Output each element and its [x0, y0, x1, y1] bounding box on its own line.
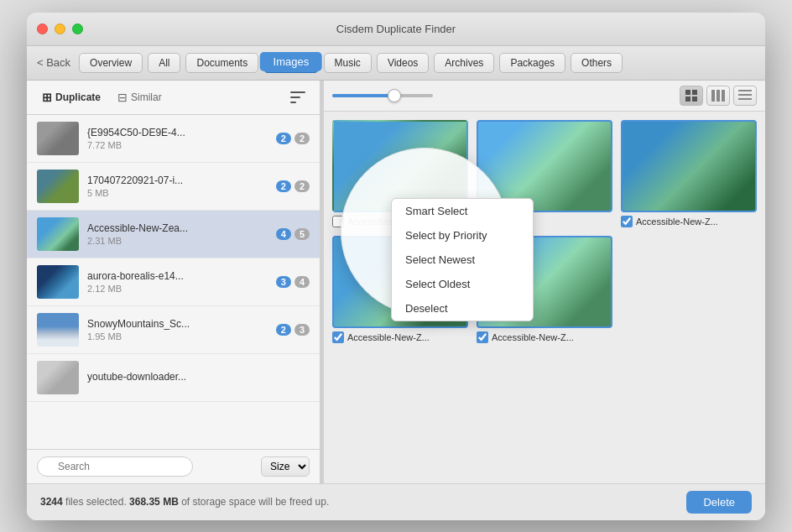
svg-rect-11 — [738, 94, 752, 96]
search-input[interactable] — [37, 456, 193, 477]
back-button[interactable]: < Back — [37, 56, 70, 69]
file-info: 170407220921-07-i... 5 MB — [87, 175, 268, 198]
image-thumbnail — [621, 120, 757, 212]
badge-total: 4 — [294, 276, 310, 288]
tab-all[interactable]: All — [148, 53, 180, 73]
grid-filename: Accessible-New-Z... — [492, 332, 574, 342]
badge-total: 2 — [294, 133, 310, 144]
view-buttons — [680, 86, 757, 106]
svg-rect-4 — [692, 90, 697, 95]
tab-videos[interactable]: Videos — [377, 53, 429, 73]
maximize-button[interactable] — [72, 23, 83, 34]
tab-images[interactable]: Images Images — [263, 53, 318, 73]
tab-others[interactable]: Others — [571, 53, 623, 73]
grid-item-label: Accessible-New-Z... — [332, 331, 468, 343]
dropdown-item-deselect[interactable]: Deselect — [392, 296, 533, 321]
dropdown-overlay: Smart Select Select by Priority Select N… — [391, 198, 534, 321]
file-badges: 2 2 — [276, 133, 310, 144]
list-item[interactable]: youtube-downloader... — [27, 354, 320, 402]
toolbar: < Back Overview All Documents Images Ima… — [27, 46, 765, 81]
file-thumbnail — [37, 361, 79, 394]
item-checkbox[interactable] — [477, 331, 488, 343]
tab-overview[interactable]: Overview — [79, 53, 143, 73]
file-size: 2.31 MB — [87, 236, 268, 246]
badge-count: 2 — [276, 133, 291, 144]
file-size: 7.72 MB — [87, 140, 268, 150]
compare-view-button[interactable] — [706, 86, 730, 106]
badge-total: 2 — [294, 180, 310, 192]
sidebar: ⊞ Duplicate ⊟ Similar — [27, 81, 320, 483]
file-name: SnowyMountains_Sc... — [87, 318, 268, 330]
list-view-button[interactable] — [733, 86, 757, 106]
filter-button[interactable] — [286, 87, 310, 107]
status-bar: 3244 files selected. 368.35 MB of storag… — [27, 483, 765, 520]
tab-packages[interactable]: Packages — [499, 53, 565, 73]
search-wrapper: 🔍 — [37, 456, 256, 477]
file-name: {E9954C50-DE9E-4... — [87, 127, 268, 138]
app-window: Cisdem Duplicate Finder < Back Overview … — [27, 13, 765, 520]
svg-rect-1 — [290, 96, 300, 98]
status-text: 3244 files selected. 368.35 MB of storag… — [40, 496, 329, 508]
svg-rect-12 — [738, 98, 752, 100]
size-select[interactable]: Size — [261, 456, 310, 477]
sidebar-footer: 🔍 Size — [27, 449, 320, 483]
dropdown-item-select-by-priority[interactable]: Select by Priority — [392, 223, 533, 248]
list-item[interactable]: aurora-borealis-e14... 2.12 MB 3 4 — [27, 258, 320, 306]
file-name: youtube-downloader... — [87, 371, 301, 383]
delete-button[interactable]: Delete — [686, 491, 752, 514]
svg-rect-9 — [722, 90, 725, 102]
files-selected-count: 3244 — [40, 496, 63, 508]
file-badges: 2 3 — [276, 324, 310, 336]
zoom-slider[interactable] — [332, 94, 433, 97]
file-thumbnail — [37, 217, 79, 251]
file-badges: 4 5 — [276, 228, 310, 240]
list-item[interactable]: SnowyMountains_Sc... 1.95 MB 2 3 — [27, 306, 320, 354]
svg-rect-3 — [685, 90, 690, 95]
svg-rect-7 — [711, 90, 715, 102]
list-item[interactable]: {E9954C50-DE9E-4... 7.72 MB 2 2 — [27, 115, 320, 163]
svg-rect-2 — [290, 102, 296, 103]
dropdown-item-select-newest[interactable]: Select Newest — [392, 248, 533, 272]
tab-music[interactable]: Music — [324, 53, 372, 73]
badge-count: 2 — [276, 324, 291, 336]
file-name: 170407220921-07-i... — [87, 175, 268, 186]
file-info: aurora-borealis-e14... 2.12 MB — [87, 270, 268, 294]
file-badges: 3 4 — [276, 276, 310, 288]
file-size: 5 MB — [87, 188, 268, 198]
file-thumbnail — [37, 170, 79, 203]
tab-archives[interactable]: Archives — [434, 53, 494, 73]
slider-thumb[interactable] — [388, 89, 401, 102]
item-checkbox[interactable] — [332, 331, 344, 343]
file-name: Accessible-New-Zea... — [87, 222, 268, 234]
file-thumbnail — [37, 122, 79, 155]
file-info: youtube-downloader... — [87, 371, 301, 384]
duplicate-tab[interactable]: ⊞ Duplicate — [37, 89, 106, 106]
grid-item-label: Accessible-New-Z... — [621, 216, 757, 227]
grid-item-label: Accessible-New-Z... — [477, 331, 612, 343]
list-item[interactable]: 170407220921-07-i... 5 MB 2 2 — [27, 163, 320, 211]
file-thumbnail — [37, 313, 79, 347]
svg-rect-5 — [685, 96, 690, 102]
file-badges: 2 2 — [276, 180, 310, 192]
grid-view-button[interactable] — [680, 86, 703, 106]
tab-documents[interactable]: Documents — [185, 53, 258, 73]
file-name: aurora-borealis-e14... — [87, 270, 268, 282]
file-info: {E9954C50-DE9E-4... 7.72 MB — [87, 127, 268, 150]
file-list: {E9954C50-DE9E-4... 7.72 MB 2 2 17040722… — [27, 115, 320, 449]
item-checkbox[interactable] — [621, 216, 633, 227]
zoom-slider-container — [332, 94, 673, 97]
grid-filename: Accessible-New-Z... — [347, 332, 430, 342]
images-tooltip: Images — [260, 52, 323, 71]
grid-filename: Accessible-New-Z... — [636, 216, 718, 227]
svg-rect-6 — [692, 96, 697, 102]
close-button[interactable] — [37, 23, 48, 34]
main-toolbar — [324, 81, 765, 112]
dropdown-item-smart-select[interactable]: Smart Select — [392, 199, 533, 223]
dropdown-item-select-oldest[interactable]: Select Oldest — [392, 272, 533, 296]
minimize-button[interactable] — [55, 23, 65, 34]
file-size: 2.12 MB — [87, 284, 268, 294]
grid-item: Accessible-New-Z... — [621, 120, 757, 227]
file-thumbnail — [37, 265, 79, 299]
list-item[interactable]: Accessible-New-Zea... 2.31 MB 4 5 — [27, 211, 320, 258]
similar-tab[interactable]: ⊟ Similar — [112, 89, 167, 106]
